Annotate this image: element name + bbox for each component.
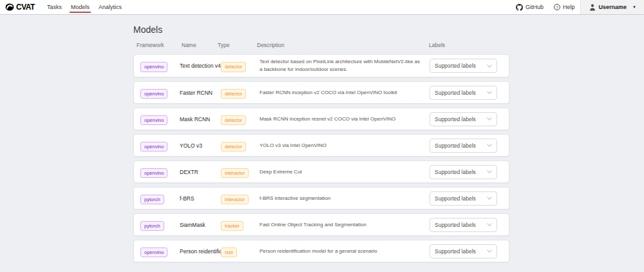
supported-labels-select[interactable]: Supported labels [430,112,497,126]
supported-labels-select[interactable]: Supported labels [430,218,497,232]
model-name: SiamMask [180,222,221,228]
nav-item-label: Analytics [99,4,122,10]
table-header: Framework Name Type Description Labels [133,41,509,50]
framework-cell: pytorch [140,192,180,204]
type-tag: interactor [221,168,249,178]
supported-labels-select[interactable]: Supported labels [430,139,497,153]
type-tag: detector [221,89,246,99]
supported-labels-select[interactable]: Supported labels [430,86,497,100]
supported-labels-text: Supported labels [435,195,476,202]
type-tag: detector [221,62,246,72]
model-table-row: openvino Text detection v4 detector Text… [133,54,509,77]
labels-cell: Supported labels [430,191,502,206]
type-cell: interactor [221,166,260,178]
help-icon: ? [554,4,560,10]
model-description: Person reidentification model for a gene… [260,248,430,255]
model-rows: openvino Text detection v4 detector Text… [133,54,509,262]
type-tag: detector [221,115,246,125]
chevron-down-icon [487,197,492,200]
framework-tag: openvino [140,62,167,72]
framework-tag: pytorch [140,221,164,231]
framework-tag: openvino [140,142,167,151]
chevron-down-icon [487,249,492,253]
model-table-row: pytorch f-BRS interactor f-BRS interacti… [133,187,509,209]
model-table-row: openvino Faster RCNN detector Faster RCN… [133,81,509,104]
framework-tag: openvino [140,168,167,178]
model-table-row: openvino Person reidentificati... reid P… [133,240,509,262]
supported-labels-text: Supported labels [435,248,476,255]
labels-cell: Supported labels [430,59,502,73]
github-link[interactable]: GitHub [511,0,549,14]
models-table: Framework Name Type Description Labels o… [133,41,509,262]
cvat-logo[interactable]: CVAT [5,3,35,12]
supported-labels-select[interactable]: Supported labels [430,191,497,206]
labels-cell: Supported labels [430,139,502,153]
type-cell: detector [221,139,260,151]
model-table-row: openvino Mask RCNN detector Mask RCNN in… [133,108,509,130]
type-cell: tracker [221,219,260,231]
nav-item-models[interactable]: Models [66,0,94,14]
labels-cell: Supported labels [430,112,502,126]
supported-labels-text: Supported labels [435,222,476,228]
col-header-type: Type [218,41,257,50]
col-header-labels: Labels [429,41,509,50]
user-icon [589,4,596,11]
model-table-row: openvino DEXTR interactor Deep Extreme C… [133,160,509,183]
type-tag: reid [221,248,237,257]
type-cell: detector [221,86,260,99]
nav-item-label: Models [71,4,90,10]
col-header-framework: Framework [137,41,182,50]
labels-cell: Supported labels [430,244,502,258]
type-cell: interactor [221,192,260,204]
model-name: YOLO v3 [180,142,221,149]
nav-item-tasks[interactable]: Tasks [43,0,66,14]
labels-cell: Supported labels [430,86,502,100]
nav-item-analytics[interactable]: Analytics [94,0,126,14]
supported-labels-select[interactable]: Supported labels [430,244,497,258]
labels-cell: Supported labels [430,218,502,232]
user-menu[interactable]: Username ▼ [580,0,644,14]
model-name: DEXTR [180,169,221,175]
framework-cell: openvino [140,86,180,99]
help-label: Help [563,4,575,10]
supported-labels-text: Supported labels [435,142,476,149]
chevron-down-icon [487,144,492,147]
cvat-logo-icon [5,3,14,11]
logo-text: CVAT [16,3,35,12]
framework-cell: openvino [140,139,180,151]
supported-labels-text: Supported labels [435,63,476,69]
model-name: Text detection v4 [180,63,221,69]
model-description: f-BRS interactive segmentation [260,195,430,202]
model-description: Mask RCNN inception resnet v2 COCO via I… [260,115,430,123]
type-cell: detector [221,113,260,125]
model-table-row: pytorch SiamMask tracker Fast Online Obj… [133,213,509,236]
supported-labels-text: Supported labels [435,169,476,175]
username-label: Username [599,4,627,10]
chevron-down-icon [487,91,492,94]
help-link[interactable]: ? Help [549,0,580,14]
github-label: GitHub [526,4,544,10]
model-description: Fast Online Object Tracking and Segmenta… [260,221,430,229]
col-header-description: Description [257,41,429,50]
page-title: Models [133,24,644,35]
framework-tag: openvino [140,115,167,125]
model-name: Faster RCNN [180,90,221,96]
supported-labels-select[interactable]: Supported labels [430,165,497,179]
nav-item-label: Tasks [47,4,62,10]
model-description: Faster RCNN inception v2 COCO via Intel … [260,89,430,97]
supported-labels-text: Supported labels [435,116,476,122]
chevron-down-icon [487,223,492,226]
model-description: Deep Extreme Cut [260,168,430,176]
framework-cell: pytorch [140,219,180,231]
labels-cell: Supported labels [430,165,502,179]
model-description: Text detector based on PixelLink archite… [260,58,430,73]
framework-cell: openvino [140,59,180,72]
type-cell: detector [221,59,260,72]
model-name: Mask RCNN [180,116,221,122]
type-cell: reid [221,245,260,257]
model-name: f-BRS [180,195,221,202]
framework-cell: openvino [140,166,180,178]
models-page: Models Framework Name Type Description L… [0,15,644,262]
framework-cell: openvino [140,113,180,125]
supported-labels-select[interactable]: Supported labels [430,59,497,73]
